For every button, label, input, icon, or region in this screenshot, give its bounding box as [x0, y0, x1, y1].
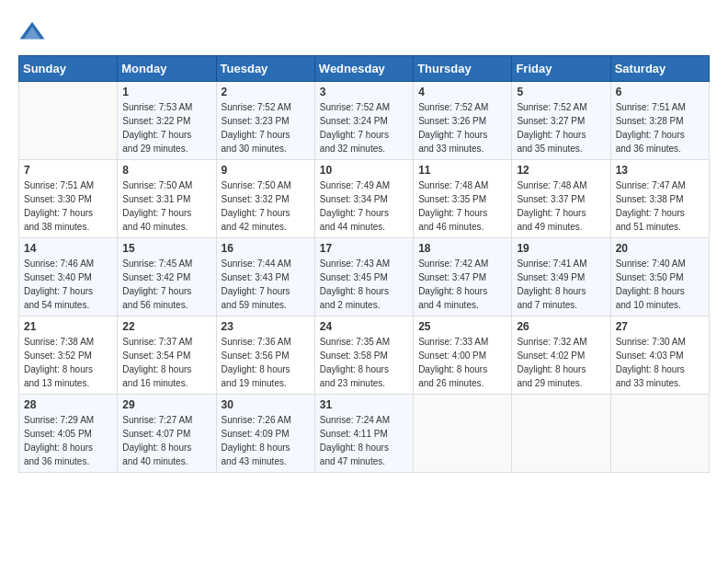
- day-info: Sunrise: 7:33 AM Sunset: 4:00 PM Dayligh…: [418, 335, 506, 390]
- day-info: Sunrise: 7:44 AM Sunset: 3:43 PM Dayligh…: [222, 257, 310, 312]
- day-info: Sunrise: 7:41 AM Sunset: 3:49 PM Dayligh…: [517, 257, 605, 312]
- day-info: Sunrise: 7:48 AM Sunset: 3:35 PM Dayligh…: [418, 178, 506, 234]
- day-number: 1: [122, 86, 210, 98]
- calendar-cell: 25Sunrise: 7:33 AM Sunset: 4:00 PM Dayli…: [414, 316, 512, 395]
- day-header-saturday: Saturday: [610, 56, 709, 82]
- day-info: Sunrise: 7:46 AM Sunset: 3:40 PM Dayligh…: [24, 257, 112, 312]
- calendar-cell: [610, 395, 709, 473]
- day-header-tuesday: Tuesday: [216, 56, 314, 82]
- day-number: 7: [24, 164, 112, 177]
- day-info: Sunrise: 7:51 AM Sunset: 3:30 PM Dayligh…: [24, 178, 112, 234]
- day-info: Sunrise: 7:52 AM Sunset: 3:24 PM Dayligh…: [320, 100, 408, 155]
- calendar-cell: 17Sunrise: 7:43 AM Sunset: 3:45 PM Dayli…: [314, 238, 413, 316]
- day-number: 28: [24, 398, 112, 411]
- day-number: 20: [616, 242, 704, 255]
- day-number: 13: [616, 164, 704, 177]
- calendar-cell: 13Sunrise: 7:47 AM Sunset: 3:38 PM Dayli…: [610, 160, 709, 238]
- day-info: Sunrise: 7:53 AM Sunset: 3:22 PM Dayligh…: [122, 100, 210, 155]
- day-info: Sunrise: 7:42 AM Sunset: 3:47 PM Dayligh…: [418, 257, 506, 312]
- calendar-cell: 21Sunrise: 7:38 AM Sunset: 3:52 PM Dayli…: [19, 316, 118, 395]
- day-number: 10: [320, 164, 408, 177]
- calendar-cell: [512, 395, 610, 473]
- day-number: 22: [122, 320, 210, 333]
- calendar-cell: 8Sunrise: 7:50 AM Sunset: 3:31 PM Daylig…: [118, 160, 216, 238]
- day-info: Sunrise: 7:52 AM Sunset: 3:26 PM Dayligh…: [418, 100, 506, 155]
- day-number: 24: [320, 320, 408, 333]
- day-info: Sunrise: 7:49 AM Sunset: 3:34 PM Dayligh…: [320, 178, 408, 234]
- day-info: Sunrise: 7:48 AM Sunset: 3:37 PM Dayligh…: [517, 178, 605, 234]
- calendar-cell: 16Sunrise: 7:44 AM Sunset: 3:43 PM Dayli…: [216, 238, 314, 316]
- calendar-cell: 27Sunrise: 7:30 AM Sunset: 4:03 PM Dayli…: [610, 316, 709, 395]
- day-number: 3: [320, 86, 408, 98]
- day-number: 12: [517, 164, 605, 177]
- logo: [18, 18, 50, 46]
- day-number: 17: [320, 242, 408, 255]
- day-number: 25: [418, 320, 506, 333]
- calendar-cell: 26Sunrise: 7:32 AM Sunset: 4:02 PM Dayli…: [512, 316, 610, 395]
- calendar-cell: 31Sunrise: 7:24 AM Sunset: 4:11 PM Dayli…: [314, 395, 413, 473]
- day-info: Sunrise: 7:27 AM Sunset: 4:07 PM Dayligh…: [122, 413, 210, 468]
- calendar-week-2: 7Sunrise: 7:51 AM Sunset: 3:30 PM Daylig…: [19, 160, 710, 238]
- calendar-cell: 11Sunrise: 7:48 AM Sunset: 3:35 PM Dayli…: [414, 160, 512, 238]
- calendar-cell: 19Sunrise: 7:41 AM Sunset: 3:49 PM Dayli…: [512, 238, 610, 316]
- day-info: Sunrise: 7:45 AM Sunset: 3:42 PM Dayligh…: [122, 257, 210, 312]
- calendar-cell: 20Sunrise: 7:40 AM Sunset: 3:50 PM Dayli…: [610, 238, 709, 316]
- calendar-week-4: 21Sunrise: 7:38 AM Sunset: 3:52 PM Dayli…: [19, 316, 710, 395]
- calendar-cell: 5Sunrise: 7:52 AM Sunset: 3:27 PM Daylig…: [512, 82, 610, 160]
- logo-icon: [18, 18, 46, 46]
- calendar-cell: 6Sunrise: 7:51 AM Sunset: 3:28 PM Daylig…: [610, 82, 709, 160]
- calendar-cell: 4Sunrise: 7:52 AM Sunset: 3:26 PM Daylig…: [414, 82, 512, 160]
- calendar-cell: [414, 395, 512, 473]
- calendar-cell: 9Sunrise: 7:50 AM Sunset: 3:32 PM Daylig…: [216, 160, 314, 238]
- day-number: 31: [320, 398, 408, 411]
- calendar-cell: 28Sunrise: 7:29 AM Sunset: 4:05 PM Dayli…: [19, 395, 118, 473]
- day-number: 11: [418, 164, 506, 177]
- day-number: 18: [418, 242, 506, 255]
- calendar-cell: 29Sunrise: 7:27 AM Sunset: 4:07 PM Dayli…: [118, 395, 216, 473]
- calendar-cell: 3Sunrise: 7:52 AM Sunset: 3:24 PM Daylig…: [314, 82, 413, 160]
- calendar-cell: 30Sunrise: 7:26 AM Sunset: 4:09 PM Dayli…: [216, 395, 314, 473]
- day-number: 14: [24, 242, 112, 255]
- calendar-table: SundayMondayTuesdayWednesdayThursdayFrid…: [18, 55, 710, 473]
- day-number: 26: [517, 320, 605, 333]
- calendar-header: SundayMondayTuesdayWednesdayThursdayFrid…: [19, 56, 710, 82]
- calendar-week-1: 1Sunrise: 7:53 AM Sunset: 3:22 PM Daylig…: [19, 82, 710, 160]
- day-info: Sunrise: 7:32 AM Sunset: 4:02 PM Dayligh…: [517, 335, 605, 390]
- calendar-cell: 24Sunrise: 7:35 AM Sunset: 3:58 PM Dayli…: [314, 316, 413, 395]
- day-info: Sunrise: 7:24 AM Sunset: 4:11 PM Dayligh…: [320, 413, 408, 468]
- day-info: Sunrise: 7:29 AM Sunset: 4:05 PM Dayligh…: [24, 413, 112, 468]
- calendar-cell: 7Sunrise: 7:51 AM Sunset: 3:30 PM Daylig…: [19, 160, 118, 238]
- day-info: Sunrise: 7:37 AM Sunset: 3:54 PM Dayligh…: [122, 335, 210, 390]
- day-info: Sunrise: 7:47 AM Sunset: 3:38 PM Dayligh…: [616, 178, 704, 234]
- day-info: Sunrise: 7:30 AM Sunset: 4:03 PM Dayligh…: [616, 335, 704, 390]
- day-info: Sunrise: 7:52 AM Sunset: 3:27 PM Dayligh…: [517, 100, 605, 155]
- day-header-monday: Monday: [118, 56, 216, 82]
- day-number: 21: [24, 320, 112, 333]
- calendar-cell: 10Sunrise: 7:49 AM Sunset: 3:34 PM Dayli…: [314, 160, 413, 238]
- calendar-week-3: 14Sunrise: 7:46 AM Sunset: 3:40 PM Dayli…: [19, 238, 710, 316]
- day-number: 19: [517, 242, 605, 255]
- day-number: 23: [222, 320, 310, 333]
- day-info: Sunrise: 7:51 AM Sunset: 3:28 PM Dayligh…: [616, 100, 704, 155]
- calendar-cell: 12Sunrise: 7:48 AM Sunset: 3:37 PM Dayli…: [512, 160, 610, 238]
- day-info: Sunrise: 7:38 AM Sunset: 3:52 PM Dayligh…: [24, 335, 112, 390]
- calendar-body: 1Sunrise: 7:53 AM Sunset: 3:22 PM Daylig…: [19, 82, 710, 473]
- day-info: Sunrise: 7:36 AM Sunset: 3:56 PM Dayligh…: [222, 335, 310, 390]
- header: [18, 18, 710, 46]
- day-info: Sunrise: 7:26 AM Sunset: 4:09 PM Dayligh…: [222, 413, 310, 468]
- day-number: 4: [418, 86, 506, 98]
- day-number: 29: [122, 398, 210, 411]
- day-info: Sunrise: 7:50 AM Sunset: 3:32 PM Dayligh…: [222, 178, 310, 234]
- day-number: 15: [122, 242, 210, 255]
- day-info: Sunrise: 7:43 AM Sunset: 3:45 PM Dayligh…: [320, 257, 408, 312]
- calendar-week-5: 28Sunrise: 7:29 AM Sunset: 4:05 PM Dayli…: [19, 395, 710, 473]
- day-info: Sunrise: 7:50 AM Sunset: 3:31 PM Dayligh…: [122, 178, 210, 234]
- day-header-wednesday: Wednesday: [314, 56, 413, 82]
- calendar-cell: [19, 82, 118, 160]
- day-number: 30: [222, 398, 310, 411]
- day-number: 5: [517, 86, 605, 98]
- day-number: 2: [222, 86, 310, 98]
- calendar-cell: 14Sunrise: 7:46 AM Sunset: 3:40 PM Dayli…: [19, 238, 118, 316]
- day-info: Sunrise: 7:52 AM Sunset: 3:23 PM Dayligh…: [222, 100, 310, 155]
- day-info: Sunrise: 7:35 AM Sunset: 3:58 PM Dayligh…: [320, 335, 408, 390]
